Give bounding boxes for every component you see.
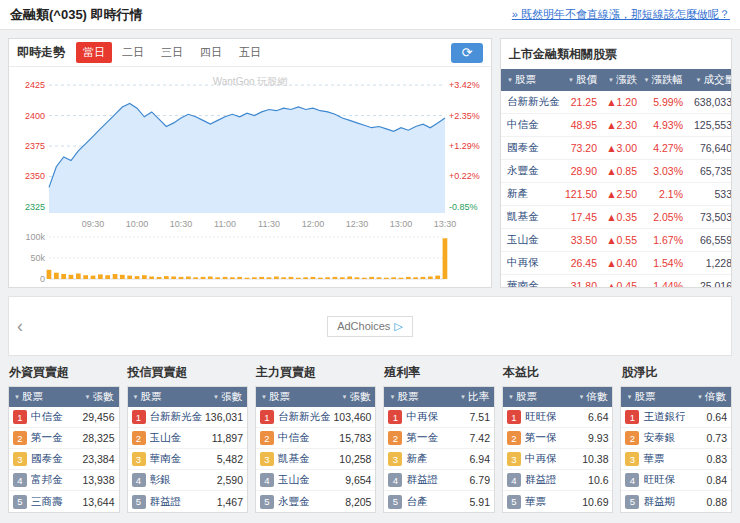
rank-row: 2第一金28,325 — [9, 428, 119, 449]
rank-value: 1,467 — [214, 496, 243, 508]
rank-badge: 2 — [388, 431, 402, 445]
rank-stock-name[interactable]: 華票 — [643, 452, 664, 466]
rank-table-box: ▼股票▼張數1中信金29,4562第一金28,3253國泰金23,3844富邦金… — [8, 386, 120, 513]
rank-badge: 1 — [260, 410, 274, 424]
rank-value: 11,897 — [209, 432, 243, 444]
stock-pct: 5.99% — [639, 91, 685, 114]
stock-change: ▲0.45 — [599, 275, 639, 289]
tab-當日[interactable]: 當日 — [76, 42, 112, 63]
rank-row: 1台新新光金103,460 — [256, 407, 375, 428]
sort-icon: ▼ — [389, 394, 395, 400]
stock-name[interactable]: 永豐金 — [501, 160, 563, 183]
rank-stock-name[interactable]: 玉山金 — [278, 473, 310, 487]
rank-badge: 3 — [260, 452, 274, 466]
rank-stock-name[interactable]: 群益證 — [150, 495, 182, 509]
rank-stock-name[interactable]: 群益期 — [643, 495, 675, 509]
rank-row: 1台新新光金136,031 — [128, 407, 247, 428]
rank-stock-name[interactable]: 國泰金 — [31, 452, 63, 466]
rank-stock-name[interactable]: 台新新光金 — [278, 410, 331, 424]
rank-badge: 3 — [132, 452, 146, 466]
stock-row: 中信金48.95▲2.304.93%125,553 — [501, 114, 732, 137]
rank-row: 2中信金15,783 — [256, 428, 375, 449]
stock-name[interactable]: 凱基金 — [501, 206, 563, 229]
stock-name[interactable]: 新產 — [501, 183, 563, 206]
rank-stock-name[interactable]: 台產 — [406, 495, 427, 509]
rank-stock-name[interactable]: 台新新光金 — [150, 410, 203, 424]
stock-name[interactable]: 華南金 — [501, 275, 563, 289]
stock-name[interactable]: 台新新光金 — [501, 91, 563, 114]
rank-value: 0.73 — [704, 432, 727, 444]
rank-stock-name[interactable]: 第一金 — [406, 431, 438, 445]
rank-col-value[interactable]: ▼張數 — [342, 390, 371, 404]
rank-stock-name[interactable]: 第一金 — [31, 431, 63, 445]
rank-stock-name[interactable]: 華南金 — [150, 452, 182, 466]
svg-text:2375: 2375 — [25, 141, 45, 151]
stock-volume: 73,503 — [685, 206, 732, 229]
adchoices-badge[interactable]: AdChoices ▷ — [327, 316, 413, 337]
stock-name[interactable]: 中信金 — [501, 114, 563, 137]
tab-五日[interactable]: 五日 — [232, 42, 268, 63]
rank-col-stock[interactable]: ▼股票 — [389, 390, 418, 404]
rank-stock-name[interactable]: 永豐金 — [278, 495, 310, 509]
rank-stock-name[interactable]: 凱基金 — [278, 452, 310, 466]
rank-stock-name[interactable]: 中信金 — [278, 431, 310, 445]
rank-stock-name[interactable]: 安泰銀 — [643, 431, 675, 445]
rank-stock-name[interactable]: 第一保 — [525, 431, 557, 445]
promo-link[interactable]: » 既然明年不會直線漲，那短線該怎麼做呢？ — [512, 7, 730, 22]
svg-text:13:30: 13:30 — [434, 219, 457, 229]
rank-col-stock[interactable]: ▼股票 — [261, 390, 290, 404]
rank-stock-name[interactable]: 三商壽 — [31, 495, 63, 509]
rank-stock-name[interactable]: 彰銀 — [150, 473, 171, 487]
rank-value: 10.6 — [585, 474, 608, 486]
stock-price: 31.80 — [563, 275, 599, 289]
rank-stock-name[interactable]: 旺旺保 — [525, 410, 557, 424]
rank-stock-name[interactable]: 中再保 — [406, 410, 438, 424]
stock-col-header[interactable]: ▼股價 — [563, 69, 599, 91]
stock-name[interactable]: 玉山金 — [501, 229, 563, 252]
rank-stock-name[interactable]: 群益證 — [525, 473, 557, 487]
rank-col-stock[interactable]: ▼股票 — [508, 390, 537, 404]
rank-row: 5群益期0.88 — [621, 491, 731, 512]
rank-value: 10,258 — [336, 453, 371, 465]
price-volume-chart[interactable]: 2425+3.42%2400+2.35%2375+1.29%2350+0.22%… — [9, 67, 491, 287]
rank-stock-name[interactable]: 華票 — [525, 495, 546, 509]
rank-col-stock[interactable]: ▼股票 — [626, 390, 655, 404]
related-stocks-panel: 上市金融類相關股票 ▼股票▼股價▼漲跌▼漲跌幅▼成交量 台新新光金21.25▲1… — [500, 38, 732, 288]
rank-col-stock[interactable]: ▼股票 — [133, 390, 162, 404]
rank-stock-name[interactable]: 富邦金 — [31, 473, 63, 487]
rank-stock-name[interactable]: 旺旺保 — [643, 473, 675, 487]
tab-四日[interactable]: 四日 — [193, 42, 229, 63]
rank-stock-name[interactable]: 玉山金 — [150, 431, 182, 445]
rank-col-value[interactable]: ▼倍數 — [579, 390, 608, 404]
svg-text:12:30: 12:30 — [346, 219, 369, 229]
rank-stock-name[interactable]: 群益證 — [406, 473, 438, 487]
svg-text:-0.85%: -0.85% — [449, 202, 478, 212]
stock-name[interactable]: 中再保 — [501, 252, 563, 275]
tab-三日[interactable]: 三日 — [154, 42, 190, 63]
rank-value: 7.42 — [467, 432, 490, 444]
stock-col-header[interactable]: ▼股票 — [501, 69, 563, 91]
stock-name[interactable]: 國泰金 — [501, 137, 563, 160]
rank-col-value[interactable]: ▼比率 — [460, 390, 489, 404]
rank-stock-name[interactable]: 新產 — [406, 452, 427, 466]
ad-prev-arrow[interactable]: ‹ — [17, 316, 23, 337]
svg-text:11:30: 11:30 — [258, 219, 280, 229]
sort-icon: ▼ — [697, 394, 703, 400]
rank-table-box: ▼股票▼張數1台新新光金136,0312玉山金11,8973華南金5,4824彰… — [127, 386, 248, 513]
rank-stock-name[interactable]: 中再保 — [525, 452, 557, 466]
rank-table-header: ▼股票▼比率 — [384, 387, 494, 407]
svg-text:13:00: 13:00 — [390, 219, 413, 229]
svg-text:12:00: 12:00 — [302, 219, 325, 229]
refresh-button[interactable]: ⟳ — [451, 43, 483, 63]
stock-col-header[interactable]: ▼漲跌幅 — [639, 69, 685, 91]
rank-col-stock[interactable]: ▼股票 — [14, 390, 43, 404]
rank-col-value[interactable]: ▼張數 — [85, 390, 114, 404]
tab-二日[interactable]: 二日 — [115, 42, 151, 63]
rank-stock-name[interactable]: 王道銀行 — [643, 410, 685, 424]
rank-value: 2,590 — [214, 474, 243, 486]
stock-col-header[interactable]: ▼成交量 — [685, 69, 732, 91]
stock-col-header[interactable]: ▼漲跌 — [599, 69, 639, 91]
rank-stock-name[interactable]: 中信金 — [31, 410, 63, 424]
rank-col-value[interactable]: ▼張數 — [213, 390, 242, 404]
rank-col-value[interactable]: ▼倍數 — [697, 390, 726, 404]
